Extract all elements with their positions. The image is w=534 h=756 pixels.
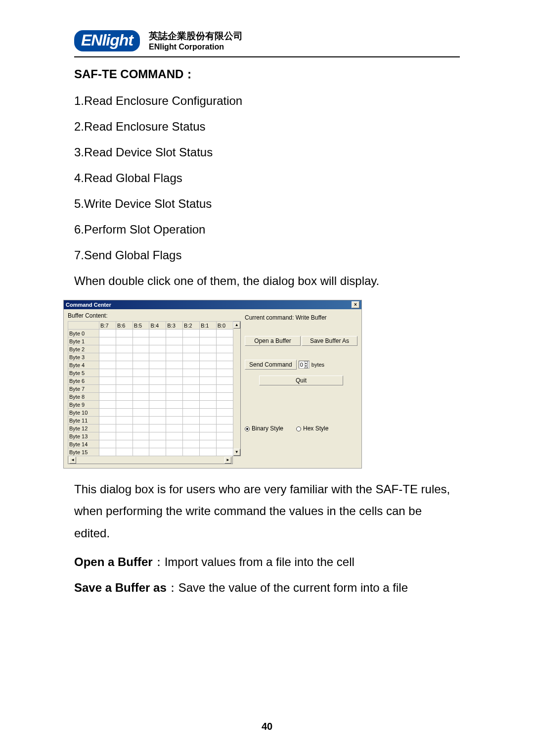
open-buffer-button[interactable]: Open a Buffer xyxy=(245,336,301,346)
table-row: Byte 4 xyxy=(68,361,233,369)
close-icon[interactable]: × xyxy=(352,301,359,308)
command-item: 4.Read Global Flags xyxy=(74,171,460,185)
dialog-side-panel: Current command: Write Buffer Open a Buf… xyxy=(241,312,357,464)
bytes-label: bytes xyxy=(312,362,324,368)
col-header: B:2 xyxy=(183,322,200,330)
col-header: B:3 xyxy=(166,322,183,330)
table-row: Byte 14 xyxy=(68,440,233,448)
definition-save-buffer: Save a Buffer as：Save the value of the c… xyxy=(74,580,460,596)
save-buffer-button[interactable]: Save Buffer As xyxy=(302,336,357,346)
header-en: ENlight Corporation xyxy=(149,43,243,51)
page-number: 40 xyxy=(0,721,534,732)
paragraph-after-dialog: This dialog box is for users who are ver… xyxy=(74,478,460,544)
bytes-value: 0 xyxy=(300,362,303,368)
col-header: B:5 xyxy=(133,322,149,330)
command-item: 5.Write Device Slot Status xyxy=(74,197,460,211)
scroll-left-icon[interactable]: ◄ xyxy=(69,457,76,464)
enlight-logo: ENlight xyxy=(74,30,140,51)
command-item: 2.Read Enclosure Status xyxy=(74,120,460,134)
dialog-titlebar: Command Center × xyxy=(64,300,361,309)
command-item: 3.Read Device Slot Status xyxy=(74,145,460,159)
table-row: Byte 9 xyxy=(68,401,233,409)
radio-dot-icon xyxy=(245,426,250,431)
table-row: Byte 13 xyxy=(68,432,233,440)
table-row: Byte 7 xyxy=(68,385,233,393)
binary-style-radio[interactable]: Binary Style xyxy=(245,425,283,432)
horizontal-scrollbar[interactable]: ◄ ► xyxy=(68,456,233,464)
page-header: ENlight 英誌企業股份有限公司 ENlight Corporation xyxy=(74,30,460,57)
command-item: 7.Send Global Flags xyxy=(74,248,460,262)
command-center-dialog: Command Center × Buffer Content: B:7 B:6… xyxy=(63,300,362,469)
command-list: 1.Read Enclosure Configuration 2.Read En… xyxy=(74,94,460,262)
dialog-title-text: Command Center xyxy=(66,302,111,308)
buffer-grid[interactable]: B:7 B:6 B:5 B:4 B:3 B:2 B:1 B:0 Byte 0 B… xyxy=(68,321,233,456)
definition-open-buffer: Open a Buffer：Import values from a file … xyxy=(74,554,460,570)
quit-button[interactable]: Quit xyxy=(259,376,343,385)
scroll-down-icon[interactable]: ▼ xyxy=(233,449,240,456)
table-row: Byte 0 xyxy=(68,330,233,337)
section-title: SAF-TE COMMAND： xyxy=(74,66,460,82)
radio-dot-icon xyxy=(296,426,301,431)
spinner-caret-icon[interactable]: ▲▼ xyxy=(304,361,308,368)
command-item: 1.Read Enclosure Configuration xyxy=(74,94,460,108)
header-text: 英誌企業股份有限公司 ENlight Corporation xyxy=(149,30,243,51)
table-row: Byte 1 xyxy=(68,337,233,345)
table-row: Byte 2 xyxy=(68,345,233,353)
table-row: Byte 6 xyxy=(68,377,233,385)
table-row: Byte 10 xyxy=(68,409,233,417)
current-command-label: Current command: Write Buffer xyxy=(245,314,357,321)
buffer-content-label: Buffer Content: xyxy=(68,312,241,319)
col-header: B:6 xyxy=(116,322,133,330)
col-header: B:7 xyxy=(99,322,116,330)
col-header: B:0 xyxy=(216,322,233,330)
header-cjk: 英誌企業股份有限公司 xyxy=(149,30,243,43)
vertical-scrollbar[interactable]: ▲ ▼ xyxy=(233,321,241,456)
hex-style-radio[interactable]: Hex Style xyxy=(296,425,328,432)
send-command-button[interactable]: Send Command xyxy=(245,360,297,370)
bytes-spinner[interactable]: 0 ▲▼ xyxy=(299,361,310,369)
scroll-right-icon[interactable]: ► xyxy=(224,457,231,464)
table-row: Byte 15 xyxy=(68,448,233,456)
grid-header-row: B:7 B:6 B:5 B:4 B:3 B:2 B:1 B:0 xyxy=(68,322,233,330)
instruction-sentence: When double click one of them, the dialo… xyxy=(74,274,460,288)
command-item: 6.Perform Slot Operation xyxy=(74,223,460,236)
table-row: Byte 11 xyxy=(68,417,233,425)
table-row: Byte 8 xyxy=(68,393,233,401)
buffer-grid-wrapper: Buffer Content: B:7 B:6 B:5 B:4 B:3 B:2 … xyxy=(68,312,241,464)
col-header: B:1 xyxy=(199,322,216,330)
table-row: Byte 3 xyxy=(68,353,233,361)
table-row: Byte 12 xyxy=(68,425,233,432)
col-header: B:4 xyxy=(149,322,166,330)
scroll-up-icon[interactable]: ▲ xyxy=(233,322,240,329)
table-row: Byte 5 xyxy=(68,369,233,377)
